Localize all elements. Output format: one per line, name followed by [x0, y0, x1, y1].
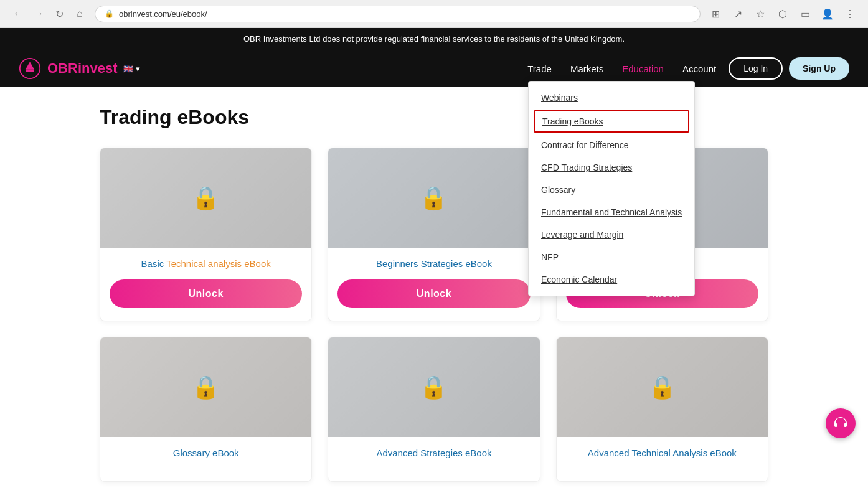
ebook-image-beginners-strategies: 🔒: [328, 148, 539, 248]
image-overlay: 🔒: [557, 337, 768, 437]
dropdown-leverage-margin[interactable]: Leverage and Margin: [529, 223, 694, 246]
image-overlay: 🔒: [328, 148, 539, 248]
dropdown-contract-difference[interactable]: Contract for Difference: [529, 134, 694, 156]
ebook-body-advanced-technical: Advanced Technical Analysis eBook: [557, 437, 768, 481]
ebook-title-beginners-strategies: Beginners Strategies eBook: [337, 257, 530, 270]
lock-icon: 🔒: [420, 185, 448, 211]
ebook-image-basic-technical: 🔒: [100, 148, 311, 248]
ebook-title-text: Beginners Strategies eBook: [376, 258, 492, 269]
image-overlay: 🔒: [328, 337, 539, 437]
ebook-body-glossary: Glossary eBook: [100, 437, 311, 481]
ebook-card-basic-technical: 🔒 Basic Technical analysis eBook Unlock: [100, 148, 312, 321]
education-dropdown: Webinars Trading eBooks Contract for Dif…: [528, 81, 695, 296]
url-text: obrinvest.com/eu/ebook/: [119, 9, 207, 19]
ebook-image-advanced-strategies: 🔒: [328, 337, 539, 437]
dropdown-webinars[interactable]: Webinars: [529, 87, 694, 109]
browser-chrome: ← → ↻ ⌂ 🔒 obrinvest.com/eu/ebook/ ⊞ ↗ ☆ …: [0, 0, 868, 28]
ebook-title-text: Glossary eBook: [173, 448, 239, 458]
dropdown-trading-ebooks[interactable]: Trading eBooks: [534, 110, 689, 133]
svg-rect-2: [26, 70, 34, 72]
logo-invest: invest: [78, 60, 118, 76]
ebook-image-glossary: 🔒: [100, 337, 311, 437]
unlock-button-beginners-strategies[interactable]: Unlock: [337, 279, 530, 308]
signup-button[interactable]: Sign Up: [789, 57, 849, 80]
nav-account[interactable]: Account: [682, 63, 716, 74]
forward-button[interactable]: →: [30, 5, 47, 22]
ebook-body-basic-technical: Basic Technical analysis eBook Unlock: [100, 248, 311, 321]
login-button[interactable]: Log In: [729, 57, 783, 80]
ebook-title-advanced-strategies: Advanced Strategies eBook: [337, 446, 530, 459]
main-content: Trading eBooks 🔒 Basic Technical analysi…: [0, 87, 868, 488]
refresh-button[interactable]: ↻: [50, 5, 68, 22]
logo-text: OBRinvest: [47, 60, 117, 77]
ebook-title-basic-technical: Basic Technical analysis eBook: [110, 257, 302, 270]
ebook-body-advanced-strategies: Advanced Strategies eBook: [328, 437, 539, 481]
back-button[interactable]: ←: [9, 5, 27, 22]
announcement-banner: OBR Investments Ltd does not provide reg…: [0, 28, 868, 50]
dropdown-fundamental-technical[interactable]: Fundamental and Technical Analysis: [529, 201, 694, 223]
banner-text: OBR Investments Ltd does not provide reg…: [243, 34, 625, 44]
svg-marker-1: [26, 62, 34, 70]
ssl-icon: 🔒: [105, 9, 114, 18]
nav-education[interactable]: Education: [622, 63, 664, 74]
headset-icon: [833, 416, 848, 431]
chat-button[interactable]: [826, 408, 856, 438]
bookmark-button[interactable]: ☆: [752, 5, 769, 22]
logo-icon: [19, 57, 41, 80]
ebook-title-text: Advanced Technical Analysis eBook: [588, 448, 737, 458]
menu-button[interactable]: ⋮: [841, 5, 859, 22]
language-selector[interactable]: 🇬🇧 ▾: [123, 64, 140, 73]
logo-obr: OBR: [47, 60, 78, 76]
extensions-button[interactable]: ⬡: [774, 5, 791, 22]
browser-nav-buttons: ← → ↻ ⌂: [9, 5, 88, 22]
share-button[interactable]: ↗: [729, 5, 747, 22]
chevron-down-icon: ▾: [136, 64, 140, 73]
tab-button[interactable]: ▭: [796, 5, 814, 22]
ebook-title-text: Advanced Strategies eBook: [376, 448, 491, 458]
browser-actions: ⊞ ↗ ☆ ⬡ ▭ 👤 ⋮: [707, 5, 859, 22]
image-overlay: 🔒: [100, 337, 311, 437]
url-bar[interactable]: 🔒 obrinvest.com/eu/ebook/: [95, 6, 701, 22]
ebook-card-advanced-strategies: 🔒 Advanced Strategies eBook: [328, 337, 540, 482]
translate-button[interactable]: ⊞: [707, 5, 724, 22]
dropdown-economic-calendar[interactable]: Economic Calendar: [529, 268, 694, 291]
lock-icon: 🔒: [192, 185, 220, 211]
ebook-title-advanced-technical: Advanced Technical Analysis eBook: [566, 446, 758, 459]
ebook-title-text: Basic: [141, 258, 167, 269]
image-overlay: 🔒: [100, 148, 311, 248]
dropdown-cfd-strategies[interactable]: CFD Trading Strategies: [529, 156, 694, 179]
lock-icon: 🔒: [648, 374, 676, 400]
navbar: OBRinvest 🇬🇧 ▾ Trade Markets Education A…: [0, 50, 868, 87]
nav-links: Trade Markets Education Account: [527, 63, 716, 74]
lock-icon: 🔒: [192, 374, 220, 400]
logo-area: OBRinvest: [19, 57, 117, 80]
ebook-title-highlight: Technical analysis eBook: [166, 258, 271, 269]
dropdown-nfp[interactable]: NFP: [529, 246, 694, 268]
profile-button[interactable]: 👤: [819, 5, 836, 22]
dropdown-glossary[interactable]: Glossary: [529, 179, 694, 201]
ebook-image-advanced-technical: 🔒: [557, 337, 768, 437]
ebook-card-beginners-strategies: 🔒 Beginners Strategies eBook Unlock: [328, 148, 540, 321]
ebook-body-beginners-strategies: Beginners Strategies eBook Unlock: [328, 248, 539, 321]
lock-icon: 🔒: [420, 374, 448, 400]
nav-markets[interactable]: Markets: [570, 63, 603, 74]
unlock-button-basic-technical[interactable]: Unlock: [110, 279, 302, 308]
flag-icon: 🇬🇧: [123, 64, 133, 73]
ebook-card-advanced-technical: 🔒 Advanced Technical Analysis eBook: [556, 337, 768, 482]
home-button[interactable]: ⌂: [71, 5, 88, 22]
ebook-card-glossary: 🔒 Glossary eBook: [100, 337, 312, 482]
nav-trade[interactable]: Trade: [527, 63, 552, 74]
ebook-title-glossary: Glossary eBook: [110, 446, 302, 459]
